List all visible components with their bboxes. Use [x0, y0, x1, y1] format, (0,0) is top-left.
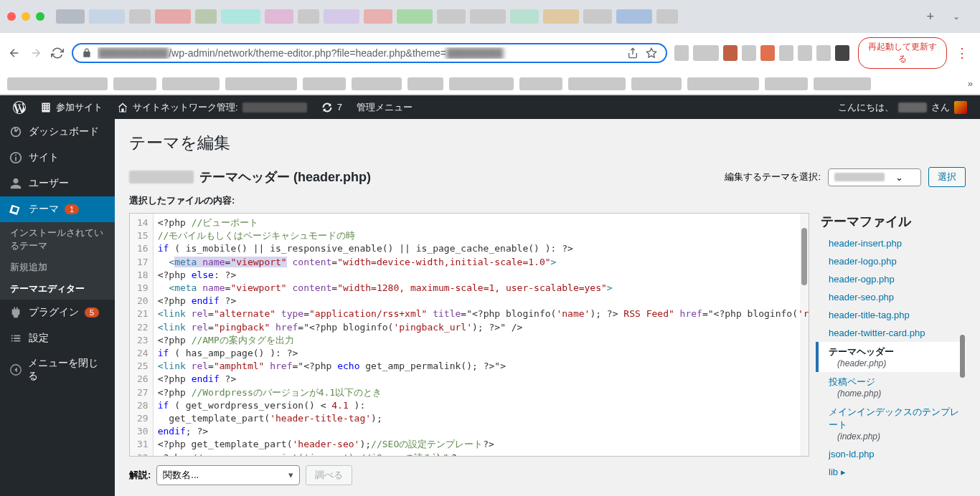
theme-file-item[interactable]: 投稿ページ(home.php) [816, 372, 966, 402]
share-icon[interactable] [627, 47, 639, 59]
ext-blur[interactable] [760, 45, 775, 61]
bookmark-blur[interactable] [303, 77, 346, 90]
tab-blur[interactable] [437, 9, 466, 24]
address-bar[interactable]: ██████████/wp-admin/network/theme-editor… [72, 43, 667, 63]
bookmark-blur[interactable] [814, 77, 871, 90]
tab-blur[interactable] [324, 9, 359, 24]
theme-files-heading: テーマファイル [815, 213, 966, 234]
code-area[interactable]: <?php //ビューポート//モバイルもしくはページキャシュモードの時if (… [154, 214, 809, 456]
bookmark-blur[interactable] [225, 77, 297, 90]
ext-blur[interactable] [742, 45, 756, 61]
sidebar-item-label: テーマ [29, 203, 59, 216]
adminbar-mysites[interactable]: 参加サイト [33, 95, 110, 119]
theme-file-item[interactable]: json-ld.php [816, 445, 966, 463]
adminbar-account[interactable]: こんにちは、 さん [831, 95, 974, 119]
ext-blur[interactable] [779, 45, 793, 61]
theme-file-item[interactable]: header-seo.php [816, 288, 966, 306]
bookmark-blur[interactable] [352, 77, 402, 90]
adminbar-wp-logo[interactable] [6, 95, 33, 119]
tab-blur[interactable] [510, 9, 539, 24]
theme-file-item[interactable]: header-twitter-card.php [816, 324, 966, 342]
select-theme-button[interactable]: 選択 [928, 167, 966, 187]
refresh-icon [321, 102, 333, 113]
bookmark-blur[interactable] [7, 77, 108, 90]
ext-blur[interactable] [816, 45, 831, 61]
sidebar-collapse[interactable]: メニューを閉じる [0, 351, 115, 388]
ext-blur[interactable] [693, 45, 719, 61]
bookmark-blur[interactable] [568, 77, 626, 90]
doc-lookup-select[interactable]: 関数名... [156, 465, 300, 485]
star-icon[interactable] [646, 47, 657, 59]
adminbar-network[interactable]: サイトネットワーク管理: [110, 95, 314, 119]
bookmark-blur[interactable] [113, 77, 156, 90]
doc-lookup-button[interactable]: 調べる [306, 465, 352, 485]
menu-icon[interactable]: ⋮ [951, 45, 973, 61]
sidebar-item-plugins[interactable]: プラグイン 5 [0, 300, 115, 325]
window-minimize-icon[interactable] [22, 12, 30, 21]
theme-file-item[interactable]: header-ogp.php [816, 270, 966, 288]
sidebar-item-dashboard[interactable]: ダッシュボード [0, 119, 115, 145]
bookmark-blur[interactable] [687, 77, 759, 90]
bookmark-blur[interactable] [519, 77, 562, 90]
tab-blur[interactable] [616, 9, 652, 24]
tabs-dropdown-icon[interactable]: ⌄ [946, 11, 967, 22]
sidebar-item-label: プラグイン [29, 306, 79, 319]
adminbar-adminmenu[interactable]: 管理メニュー [349, 95, 420, 119]
window-maximize-icon[interactable] [36, 12, 44, 21]
tab-blur[interactable] [265, 9, 293, 24]
tab-blur[interactable] [129, 9, 151, 24]
restart-button[interactable]: 再起動して更新する [858, 37, 947, 69]
bookmark-blur[interactable] [765, 77, 808, 90]
ext-blur[interactable] [674, 45, 689, 61]
theme-select[interactable]: ⌄ [828, 168, 921, 186]
tab-blur[interactable] [364, 9, 392, 24]
code-editor[interactable]: 14151617181920212223242526272829303132 <… [129, 213, 809, 457]
sidebar-item-users[interactable]: ユーザー [0, 171, 115, 196]
theme-file-item[interactable]: lib ▸ [816, 463, 966, 478]
theme-name-blur [834, 173, 885, 181]
sidebar-item-settings[interactable]: 設定 [0, 325, 115, 351]
tab-blur[interactable] [583, 9, 612, 24]
theme-file-item[interactable]: header-insert.php [816, 234, 966, 252]
tab-blur[interactable] [195, 9, 217, 24]
forward-icon[interactable] [29, 46, 43, 60]
ext-blur[interactable] [723, 45, 738, 61]
tab-blur[interactable] [397, 9, 433, 24]
bookmark-blur[interactable] [162, 77, 220, 90]
tab-blur[interactable] [155, 9, 191, 24]
tab-blur[interactable] [656, 9, 678, 24]
theme-file-item[interactable]: header-title-tag.php [816, 306, 966, 324]
collapse-icon [9, 363, 22, 377]
tab-blur[interactable] [543, 9, 579, 24]
content-area: テーマを編集 テーマヘッダー (header.php) 編集するテーマを選択: … [115, 119, 980, 496]
window-close-icon[interactable] [7, 12, 16, 21]
theme-file-item[interactable]: メインインデックスのテンプレート(index.php) [816, 402, 966, 445]
back-icon[interactable] [7, 46, 22, 60]
adminbar-updates[interactable]: 7 [314, 95, 349, 119]
chevron-down-icon: ⌄ [895, 172, 903, 183]
theme-file-item[interactable]: header-logo.php [816, 252, 966, 270]
tab-blur[interactable] [470, 9, 506, 24]
tab-blur[interactable] [56, 9, 85, 24]
new-tab-icon[interactable]: + [919, 9, 941, 24]
reload-icon[interactable] [50, 46, 65, 60]
files-scrollbar[interactable] [958, 234, 966, 478]
tab-blur[interactable] [89, 9, 125, 24]
code-scrollbar[interactable] [800, 214, 809, 456]
bookmarks-overflow-icon[interactable]: » [968, 78, 973, 89]
content-label: 選択したファイルの内容: [129, 194, 966, 207]
bookmark-blur[interactable] [449, 77, 514, 90]
sidebar-item-themes[interactable]: テーマ 1 [0, 196, 115, 222]
tab-blur[interactable] [221, 9, 260, 24]
submenu-item-add-new[interactable]: 新規追加 [0, 257, 115, 278]
tab-blur[interactable] [298, 9, 319, 24]
building-icon [40, 102, 52, 113]
ext-blur[interactable] [798, 45, 812, 61]
ext-blur[interactable] [835, 45, 849, 61]
theme-file-item[interactable]: テーマヘッダー(header.php) [816, 342, 966, 372]
submenu-item-installed-themes[interactable]: インストールされているテーマ [0, 222, 115, 257]
bookmark-blur[interactable] [407, 77, 443, 90]
sidebar-item-sites[interactable]: サイト [0, 145, 115, 171]
submenu-item-theme-editor[interactable]: テーマエディター [0, 278, 115, 300]
bookmark-blur[interactable] [631, 77, 682, 90]
